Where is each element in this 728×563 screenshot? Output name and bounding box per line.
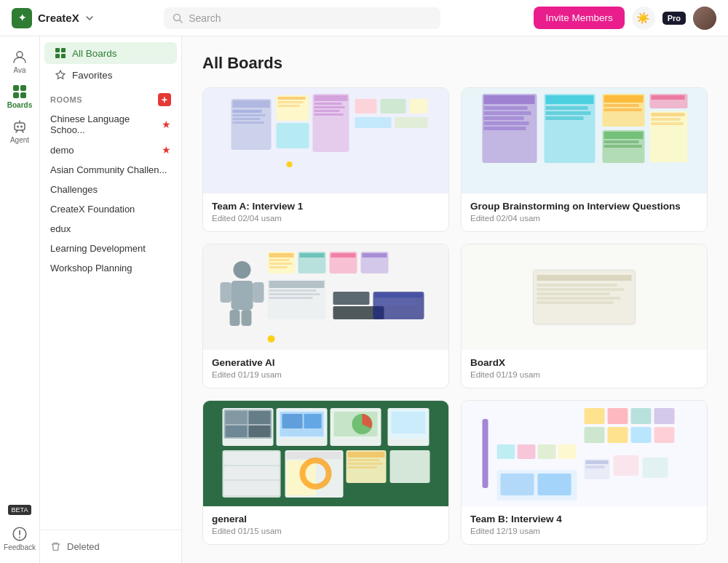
favorite-button-6[interactable]: ☆ [656, 407, 676, 427]
svg-rect-139 [585, 408, 605, 424]
svg-rect-53 [604, 95, 644, 103]
favorite-button-5[interactable]: ☆ [397, 407, 418, 427]
svg-rect-89 [333, 292, 370, 305]
deleted-button[interactable]: Deleted [40, 536, 181, 557]
room-item-demo[interactable]: demo ★ [40, 140, 181, 160]
room-workshop-label: Workshop Planning [50, 263, 132, 273]
svg-rect-102 [537, 297, 621, 300]
search-bar[interactable]: Search [164, 7, 440, 29]
board-thumbnail-general: ☆ ⋮ [203, 401, 448, 506]
room-item-chinese[interactable]: Chinese Language Schoo... ★ [40, 109, 181, 140]
svg-rect-12 [61, 48, 66, 52]
favorite-button-3[interactable]: ☆ [397, 250, 418, 271]
room-item-challenges[interactable]: Challenges [40, 180, 181, 199]
svg-point-8 [17, 125, 19, 127]
svg-rect-83 [363, 253, 387, 257]
add-room-button[interactable]: + [158, 93, 171, 106]
svg-rect-17 [233, 100, 270, 108]
avatar-image [693, 7, 716, 30]
invite-members-button[interactable]: Invite Members [534, 7, 624, 29]
page-title: All Boards [202, 54, 708, 73]
svg-rect-4 [20, 85, 26, 91]
svg-rect-93 [375, 299, 416, 301]
board-info-2: Group Brainstorming on Interview Questio… [462, 193, 707, 231]
favorite-button-1[interactable]: ☆ [397, 94, 418, 114]
board-thumbnail-genai: ☆ ⋮ [203, 244, 448, 350]
app-menu-chevron[interactable] [85, 14, 94, 23]
svg-rect-74 [269, 253, 294, 257]
svg-rect-49 [546, 106, 588, 110]
favorite-button-2[interactable]: ☆ [656, 94, 676, 114]
deleted-label: Deleted [67, 541, 100, 552]
board-name-1: Team A: Interview 1 [212, 201, 440, 212]
room-demo-star: ★ [162, 144, 171, 156]
menu-button-6[interactable]: ⋮ [681, 407, 701, 427]
svg-rect-132 [348, 463, 383, 465]
svg-rect-145 [631, 427, 652, 443]
user-avatar[interactable] [693, 7, 716, 30]
room-item-edux[interactable]: edux [40, 219, 181, 239]
sidebar-item-boards[interactable]: Boards [4, 80, 36, 112]
favorite-button-4[interactable]: ☆ [656, 250, 676, 271]
svg-rect-143 [585, 427, 605, 443]
board-info-5: general Edited 01/15 usam [203, 506, 448, 544]
svg-rect-116 [304, 414, 322, 428]
menu-button-2[interactable]: ⋮ [681, 94, 701, 114]
board-edited-3: Edited 01/19 usam [212, 370, 440, 379]
board-card-team-b-interview-4[interactable]: ☆ ⋮ [461, 400, 708, 545]
menu-button-1[interactable]: ⋮ [422, 94, 443, 114]
sidebar-ava-label: Ava [13, 66, 25, 74]
svg-rect-6 [20, 92, 26, 98]
sidebar-item-agent[interactable]: Agent [4, 115, 36, 147]
svg-rect-147 [483, 419, 488, 488]
panel-bottom: Deleted [40, 530, 181, 557]
svg-rect-130 [348, 452, 385, 458]
svg-rect-75 [269, 259, 290, 261]
panel-nav-favorites[interactable]: Favorites [44, 64, 177, 86]
board-edited-4: Edited 01/19 usam [470, 370, 698, 379]
logo-area: ✦ CreateX [12, 8, 114, 28]
sidebar-item-ava[interactable]: Ava [4, 45, 36, 77]
svg-point-67 [234, 261, 251, 279]
menu-button-4[interactable]: ⋮ [681, 250, 701, 271]
board-card-general[interactable]: ☆ ⋮ [202, 400, 449, 545]
top-bar: ✦ CreateX Search Invite Members ☀️ Pro [0, 0, 728, 36]
board-card-team-a-interview-1[interactable]: ☆ ⋮ [202, 87, 449, 232]
board-card-group-brainstorming[interactable]: ☆ ⋮ [461, 87, 708, 232]
svg-rect-144 [608, 427, 628, 443]
svg-rect-71 [230, 310, 240, 326]
svg-rect-31 [314, 110, 340, 112]
trash-icon [50, 541, 61, 552]
sidebar-feedback-button[interactable]: Feedback [4, 522, 36, 554]
svg-rect-151 [558, 444, 577, 459]
star-icon [55, 69, 66, 81]
theme-toggle-button[interactable]: ☀️ [632, 7, 655, 30]
svg-rect-101 [537, 292, 610, 295]
board-info-4: BoardX Edited 01/19 usam [462, 350, 707, 388]
svg-rect-77 [269, 266, 288, 268]
svg-rect-43 [484, 111, 531, 115]
room-item-createx[interactable]: CreateX Foundation [40, 199, 181, 219]
svg-rect-133 [348, 466, 377, 468]
main-wrapper: Ava Boards Agent BETA Feedback All Board… [0, 36, 728, 563]
board-card-boardx[interactable]: ☆ ⋮ BoardX [461, 244, 708, 388]
room-item-asian[interactable]: Asian Community Challen... [40, 160, 181, 180]
svg-rect-23 [277, 123, 309, 148]
svg-rect-45 [484, 121, 529, 125]
svg-rect-131 [348, 459, 380, 461]
svg-rect-47 [545, 94, 596, 163]
room-item-learning[interactable]: Learning Development [40, 239, 181, 258]
pro-badge: Pro [662, 12, 686, 25]
svg-rect-26 [278, 105, 300, 107]
rooms-header: ROOMS + [40, 86, 181, 109]
app-name: CreateX [38, 12, 79, 24]
menu-button-3[interactable]: ⋮ [422, 250, 443, 271]
sidebar-boards-label: Boards [7, 101, 32, 109]
panel-nav-all-boards[interactable]: All Boards [44, 42, 177, 64]
svg-rect-59 [604, 145, 642, 148]
menu-button-5[interactable]: ⋮ [422, 407, 443, 427]
room-item-workshop[interactable]: Workshop Planning [40, 258, 181, 278]
svg-rect-51 [546, 116, 584, 120]
board-card-generative-ai[interactable]: ☆ ⋮ [202, 244, 449, 388]
svg-rect-33 [355, 99, 377, 113]
